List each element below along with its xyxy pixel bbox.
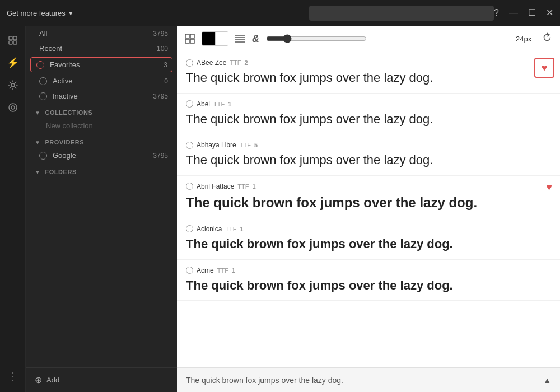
font-name-abel: Abel [197,100,210,108]
sidebar-label-recent: Recent [39,44,62,53]
favorite-button-abeezee[interactable]: ♥ [534,58,554,78]
svg-rect-1 [13,36,17,40]
font-entry-abel: Abel TTF 1 The quick brown fox jumps ove… [177,94,560,135]
svg-rect-3 [13,41,17,44]
sidebar-label-active: Active [53,77,72,85]
folders-chevron-icon: ▼ [35,169,40,175]
font-preview-abril: The quick brown fox jumps over the lazy … [186,194,551,211]
heart-icon-abeezee: ♥ [542,62,548,74]
font-entry-acme: Acme TTF 1 The quick brown fox jumps ove… [177,260,560,301]
size-slider-container [266,34,509,43]
svg-point-5 [9,104,17,111]
promo-button[interactable]: Get more features ▾ [7,9,73,17]
svg-point-6 [11,106,15,109]
font-radio-abril[interactable] [186,183,193,190]
font-type-abril: TTF [237,183,249,190]
collections-label: COLLECTIONS [45,109,92,116]
sidebar-count-inactive: 3795 [153,92,168,100]
font-name-aclonica: Aclonica [197,225,222,233]
rail-more-icon[interactable]: ⋮ [7,370,18,383]
reset-icon[interactable] [542,32,552,45]
font-radio-abeezee[interactable] [186,59,193,67]
providers-section-header[interactable]: ▼ PROVIDERS [26,133,177,148]
sidebar-item-google[interactable]: Google 3795 [26,148,177,163]
svg-rect-8 [190,34,194,38]
folders-label: FOLDERS [45,169,76,175]
font-count-aclonica: 1 [240,226,244,232]
sidebar-label-all: All [39,29,47,38]
sidebar-count-all: 3795 [153,30,168,38]
svg-rect-9 [185,39,189,43]
font-entry-abhaya: Abhaya Libre TTF 5 The quick brown fox j… [177,134,560,176]
search-input[interactable] [309,6,494,21]
sidebar: All 3795 Recent 100 Favorites 3 Active 0… [26,26,177,392]
font-type-acme: TTF [217,267,228,274]
favorite-button-abril[interactable]: ♥ [546,181,552,193]
providers-label: PROVIDERS [45,139,84,146]
toolbar: & 24px [177,26,560,52]
new-collection-button[interactable]: New collection [26,118,177,133]
font-preview-abeezee: The quick brown fox jumps over the lazy … [186,70,551,86]
font-meta-abeezee: ABee Zee TTF 2 [186,59,551,67]
font-radio-abel[interactable] [186,100,193,108]
sidebar-label-google: Google [53,151,76,160]
sidebar-item-favorites[interactable]: Favorites 3 [30,57,172,72]
font-preview-abhaya: The quick brown fox jumps over the lazy … [186,152,551,169]
collections-chevron-icon: ▼ [35,110,40,116]
rail-lightning-icon[interactable]: ⚡ [3,53,23,73]
sidebar-item-inactive[interactable]: Inactive 3795 [26,88,177,104]
font-count-abeezee: 2 [245,59,248,66]
sidebar-item-all[interactable]: All 3795 [26,26,177,41]
help-button[interactable]: ? [494,8,499,17]
collections-section-header[interactable]: ▼ COLLECTIONS [26,104,177,118]
font-count-abhaya: 5 [254,142,258,148]
sidebar-item-recent[interactable]: Recent 100 [26,41,177,56]
font-entry-abril: Abril Fatface TTF 1 The quick brown fox … [177,176,560,218]
color-swatch[interactable] [202,31,228,46]
font-name-abeezee: ABee Zee [197,59,226,67]
add-circle-icon: ⊕ [35,375,42,385]
font-meta-abhaya: Abhaya Libre TTF 5 [186,141,551,149]
font-preview-abel: The quick brown fox jumps over the lazy … [186,111,551,128]
icon-rail: ⚡ ⋮ [0,26,26,392]
expand-icon[interactable]: ▲ [543,376,551,385]
sidebar-item-active[interactable]: Active 0 [26,73,177,88]
font-count-abel: 1 [228,101,231,108]
minimize-button[interactable]: — [509,8,518,17]
providers-chevron-icon: ▼ [35,139,40,146]
sidebar-count-active: 0 [164,77,168,85]
grid-view-icon[interactable] [185,34,195,44]
sidebar-count-google: 3795 [153,152,168,160]
white-swatch [215,32,228,45]
font-preview-aclonica: The quick brown fox jumps over the lazy … [186,236,551,253]
folders-section-header[interactable]: ▼ FOLDERS [26,163,177,178]
sidebar-count-favorites: 3 [164,61,167,69]
rail-settings-icon[interactable] [3,75,23,95]
font-count-abril: 1 [253,183,256,190]
font-radio-abhaya[interactable] [186,142,193,149]
main-layout: ⚡ ⋮ All 3795 Recent 100 Fav [0,26,560,392]
ligature-icon[interactable]: & [252,33,259,45]
close-button[interactable]: ✕ [546,8,553,17]
rail-fonts-icon[interactable] [3,30,23,50]
font-entry-aclonica: Aclonica TTF 1 The quick brown fox jumps… [177,218,560,260]
promo-label: Get more features [7,9,66,17]
svg-rect-10 [190,39,194,43]
bottom-preview-text: The quick brown fox jumps over the lazy … [186,376,343,385]
favorites-radio-icon [36,61,44,69]
content-area: & 24px ABee Zee TTF 2 [177,26,560,392]
maximize-button[interactable]: ☐ [528,8,536,17]
svg-rect-2 [9,41,12,44]
size-slider[interactable] [266,34,367,43]
promo-chevron: ▾ [69,9,73,17]
font-preview-acme: The quick brown fox jumps over the lazy … [186,278,551,294]
sidebar-label-inactive: Inactive [53,92,78,100]
add-button[interactable]: ⊕ Add [26,367,177,392]
active-radio-icon [39,77,47,85]
add-label: Add [46,376,59,384]
rail-radio-icon[interactable] [3,97,23,118]
align-icon[interactable] [235,35,245,43]
font-radio-acme[interactable] [186,267,193,274]
font-radio-aclonica[interactable] [186,225,193,232]
font-type-aclonica: TTF [225,226,236,232]
